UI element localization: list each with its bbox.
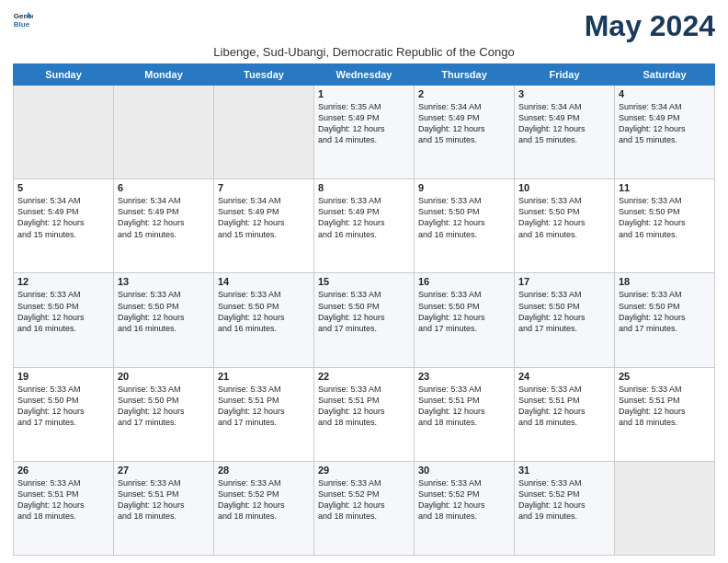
calendar-cell: 2Sunrise: 5:34 AM Sunset: 5:49 PM Daylig… (415, 86, 515, 179)
day-number: 31 (518, 465, 610, 476)
calendar-week-row: 1Sunrise: 5:35 AM Sunset: 5:49 PM Daylig… (14, 86, 715, 179)
calendar-week-row: 19Sunrise: 5:33 AM Sunset: 5:50 PM Dayli… (14, 367, 715, 461)
day-header-sunday: Sunday (14, 64, 114, 86)
day-number: 24 (518, 371, 610, 382)
day-number: 29 (318, 465, 410, 476)
day-number: 16 (418, 276, 510, 287)
calendar-cell: 17Sunrise: 5:33 AM Sunset: 5:50 PM Dayli… (515, 273, 615, 367)
day-header-saturday: Saturday (615, 64, 715, 86)
calendar-cell (615, 461, 715, 555)
calendar-cell: 6Sunrise: 5:34 AM Sunset: 5:49 PM Daylig… (114, 179, 214, 273)
day-number: 11 (619, 182, 711, 193)
calendar-cell: 19Sunrise: 5:33 AM Sunset: 5:50 PM Dayli… (14, 367, 114, 461)
day-number: 3 (518, 88, 610, 99)
page-subtitle: Libenge, Sud-Ubangi, Democratic Republic… (13, 45, 715, 59)
calendar-cell: 25Sunrise: 5:33 AM Sunset: 5:51 PM Dayli… (615, 367, 715, 461)
day-number: 26 (17, 465, 109, 476)
day-info: Sunrise: 5:33 AM Sunset: 5:50 PM Dayligh… (518, 195, 610, 240)
day-header-friday: Friday (515, 64, 615, 86)
calendar-cell: 9Sunrise: 5:33 AM Sunset: 5:50 PM Daylig… (415, 179, 515, 273)
calendar-cell: 16Sunrise: 5:33 AM Sunset: 5:50 PM Dayli… (415, 273, 515, 367)
calendar-week-row: 26Sunrise: 5:33 AM Sunset: 5:51 PM Dayli… (14, 461, 715, 555)
day-info: Sunrise: 5:33 AM Sunset: 5:50 PM Dayligh… (17, 384, 109, 429)
day-number: 17 (518, 276, 610, 287)
calendar-cell (14, 86, 114, 179)
day-info: Sunrise: 5:33 AM Sunset: 5:51 PM Dayligh… (218, 384, 310, 429)
calendar-cell: 21Sunrise: 5:33 AM Sunset: 5:51 PM Dayli… (214, 367, 314, 461)
day-number: 12 (17, 276, 109, 287)
day-info: Sunrise: 5:33 AM Sunset: 5:49 PM Dayligh… (318, 195, 410, 240)
calendar-cell: 27Sunrise: 5:33 AM Sunset: 5:51 PM Dayli… (114, 461, 214, 555)
day-number: 6 (118, 182, 210, 193)
calendar-header-row: SundayMondayTuesdayWednesdayThursdayFrid… (14, 64, 715, 86)
day-info: Sunrise: 5:35 AM Sunset: 5:49 PM Dayligh… (318, 101, 410, 146)
calendar-cell: 11Sunrise: 5:33 AM Sunset: 5:50 PM Dayli… (615, 179, 715, 273)
calendar-cell: 12Sunrise: 5:33 AM Sunset: 5:50 PM Dayli… (14, 273, 114, 367)
calendar-cell: 14Sunrise: 5:33 AM Sunset: 5:50 PM Dayli… (214, 273, 314, 367)
day-number: 30 (418, 465, 510, 476)
calendar-week-row: 12Sunrise: 5:33 AM Sunset: 5:50 PM Dayli… (14, 273, 715, 367)
day-number: 10 (518, 182, 610, 193)
day-info: Sunrise: 5:34 AM Sunset: 5:49 PM Dayligh… (218, 195, 310, 240)
day-number: 1 (318, 88, 410, 99)
calendar-cell: 5Sunrise: 5:34 AM Sunset: 5:49 PM Daylig… (14, 179, 114, 273)
calendar-cell: 30Sunrise: 5:33 AM Sunset: 5:52 PM Dayli… (415, 461, 515, 555)
day-info: Sunrise: 5:33 AM Sunset: 5:50 PM Dayligh… (118, 289, 210, 334)
day-number: 4 (619, 88, 711, 99)
page: General Blue May 2024 Libenge, Sud-Ubang… (0, 0, 728, 563)
calendar-cell: 24Sunrise: 5:33 AM Sunset: 5:51 PM Dayli… (515, 367, 615, 461)
day-info: Sunrise: 5:33 AM Sunset: 5:50 PM Dayligh… (619, 289, 711, 334)
day-number: 23 (418, 371, 510, 382)
day-header-wednesday: Wednesday (314, 64, 415, 86)
day-number: 7 (218, 182, 310, 193)
day-info: Sunrise: 5:33 AM Sunset: 5:50 PM Dayligh… (118, 384, 210, 429)
day-number: 15 (318, 276, 410, 287)
calendar-cell: 22Sunrise: 5:33 AM Sunset: 5:51 PM Dayli… (314, 367, 415, 461)
month-title: May 2024 (585, 9, 715, 43)
day-info: Sunrise: 5:33 AM Sunset: 5:50 PM Dayligh… (318, 289, 410, 334)
day-info: Sunrise: 5:33 AM Sunset: 5:51 PM Dayligh… (17, 477, 109, 523)
day-number: 5 (17, 182, 109, 193)
calendar-cell: 3Sunrise: 5:34 AM Sunset: 5:49 PM Daylig… (515, 86, 615, 179)
svg-text:Blue: Blue (14, 20, 30, 29)
calendar-cell: 20Sunrise: 5:33 AM Sunset: 5:50 PM Dayli… (114, 367, 214, 461)
day-info: Sunrise: 5:33 AM Sunset: 5:52 PM Dayligh… (518, 477, 610, 523)
calendar-table: SundayMondayTuesdayWednesdayThursdayFrid… (13, 63, 715, 556)
day-number: 28 (218, 465, 310, 476)
calendar-cell: 4Sunrise: 5:34 AM Sunset: 5:49 PM Daylig… (615, 86, 715, 179)
day-number: 21 (218, 371, 310, 382)
calendar-cell (114, 86, 214, 179)
day-number: 9 (418, 182, 510, 193)
day-info: Sunrise: 5:34 AM Sunset: 5:49 PM Dayligh… (518, 101, 610, 146)
day-number: 14 (218, 276, 310, 287)
header-row: General Blue May 2024 (13, 9, 715, 43)
day-info: Sunrise: 5:33 AM Sunset: 5:50 PM Dayligh… (418, 195, 510, 240)
logo-icon: General Blue (13, 9, 33, 29)
day-info: Sunrise: 5:34 AM Sunset: 5:49 PM Dayligh… (418, 101, 510, 146)
calendar-cell: 18Sunrise: 5:33 AM Sunset: 5:50 PM Dayli… (615, 273, 715, 367)
calendar-cell (214, 86, 314, 179)
day-info: Sunrise: 5:33 AM Sunset: 5:50 PM Dayligh… (518, 289, 610, 334)
calendar-cell: 31Sunrise: 5:33 AM Sunset: 5:52 PM Dayli… (515, 461, 615, 555)
day-number: 8 (318, 182, 410, 193)
day-header-thursday: Thursday (415, 64, 515, 86)
day-number: 13 (118, 276, 210, 287)
day-number: 22 (318, 371, 410, 382)
day-info: Sunrise: 5:33 AM Sunset: 5:50 PM Dayligh… (619, 195, 711, 240)
day-info: Sunrise: 5:33 AM Sunset: 5:52 PM Dayligh… (318, 477, 410, 523)
calendar-cell: 15Sunrise: 5:33 AM Sunset: 5:50 PM Dayli… (314, 273, 415, 367)
day-info: Sunrise: 5:33 AM Sunset: 5:51 PM Dayligh… (518, 384, 610, 429)
calendar-cell: 29Sunrise: 5:33 AM Sunset: 5:52 PM Dayli… (314, 461, 415, 555)
day-number: 18 (619, 276, 711, 287)
day-number: 25 (619, 371, 711, 382)
day-header-tuesday: Tuesday (214, 64, 314, 86)
day-info: Sunrise: 5:33 AM Sunset: 5:52 PM Dayligh… (418, 477, 510, 523)
calendar-cell: 8Sunrise: 5:33 AM Sunset: 5:49 PM Daylig… (314, 179, 415, 273)
day-info: Sunrise: 5:33 AM Sunset: 5:51 PM Dayligh… (418, 384, 510, 429)
day-info: Sunrise: 5:33 AM Sunset: 5:51 PM Dayligh… (318, 384, 410, 429)
calendar-cell: 23Sunrise: 5:33 AM Sunset: 5:51 PM Dayli… (415, 367, 515, 461)
day-number: 20 (118, 371, 210, 382)
day-info: Sunrise: 5:34 AM Sunset: 5:49 PM Dayligh… (118, 195, 210, 240)
calendar-cell: 1Sunrise: 5:35 AM Sunset: 5:49 PM Daylig… (314, 86, 415, 179)
day-info: Sunrise: 5:34 AM Sunset: 5:49 PM Dayligh… (619, 101, 711, 146)
